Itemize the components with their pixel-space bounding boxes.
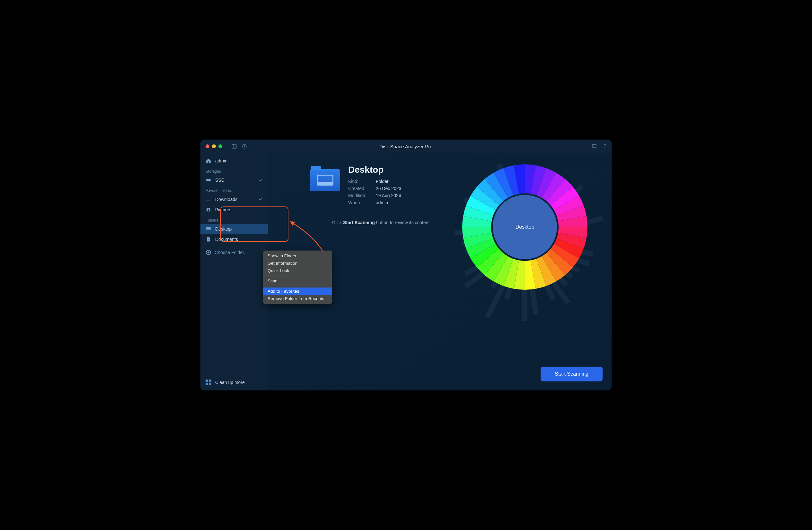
details-label: Modified: [348,193,371,198]
feedback-icon[interactable] [591,143,597,149]
svg-rect-9 [208,240,209,240]
details-row: Kind:Folder [348,179,438,184]
details-title: Desktop [348,165,438,175]
sidebar-item-label: Downloads [215,197,237,202]
details-label: Kind: [348,179,371,184]
help-icon[interactable]: ? [604,143,606,149]
details-label: Where: [348,200,371,205]
plus-circle-icon [206,250,211,255]
downloads-icon [206,196,211,202]
details-value: admin [376,200,388,205]
sidebar-item-label: SSD [215,178,224,183]
zoom-window-button[interactable] [218,144,222,148]
choose-folder-label: Choose Folder... [215,250,248,255]
choose-folder-button[interactable]: Choose Folder... [200,247,268,258]
minimize-window-button[interactable] [212,144,216,148]
sunburst-chart: Desktop [438,153,612,390]
drive-icon [206,177,211,183]
sidebar-item-documents[interactable]: Documents [200,234,268,245]
sidebar-item-downloads[interactable]: Downloads [200,194,268,205]
ctx-show-in-finder[interactable]: Show in Finder [263,252,332,260]
camera-icon [206,207,211,212]
svg-point-4 [210,180,211,181]
details-row: Created:26 Dec 2023 [348,186,438,191]
svg-rect-7 [206,229,211,230]
sidebar-item-label: Documents [215,237,238,242]
start-scanning-button[interactable]: Start Scanning [540,367,603,381]
sidebar-item-label: admin [215,158,228,163]
window-controls [206,144,222,148]
close-window-button[interactable] [206,144,209,148]
sidebar-item-label: Pictures [215,207,232,212]
ctx-quick-look[interactable]: Quick Look [263,267,332,274]
ctx-separator [263,276,332,276]
document-icon [206,236,211,242]
context-menu: Show in Finder Get Information Quick Loo… [263,251,332,304]
clock-icon[interactable] [242,143,247,149]
ctx-separator [263,286,332,286]
svg-point-5 [207,209,209,211]
sidebar-section-favorites: Favorite folders [200,185,268,194]
cleanup-more-button[interactable]: Clean up more [200,374,268,390]
scan-hint: Click Start Scanning button to review it… [332,220,438,225]
ctx-remove-from-recents[interactable]: Remove Folder from Recents [263,295,332,302]
titlebar: Disk Space Analyzer Pro ? [200,140,612,153]
ctx-scan[interactable]: Scan [263,277,332,284]
details-label: Created: [348,186,371,191]
svg-line-32 [532,288,536,315]
sidebar: admin Storages SSD Favorite folders Down… [200,153,268,390]
sidebar-section-folders: Folders [200,215,268,224]
sidebar-item-label: Desktop [215,226,232,232]
details-value: 19 Aug 2024 [376,193,401,198]
sidebar-section-storages: Storages [200,166,268,175]
chart-center-label: Desktop [516,224,535,230]
sidebar-item-home[interactable]: admin [200,156,268,166]
toggle-sidebar-icon[interactable] [231,143,237,149]
check-icon [258,178,263,183]
svg-rect-8 [208,239,209,239]
chart-center: Desktop [461,163,589,291]
sidebar-item-pictures[interactable]: Pictures [200,205,268,215]
sidebar-item-desktop[interactable]: Desktop [200,224,268,234]
app-window: Disk Space Analyzer Pro ? admin Storages… [200,140,612,390]
app-title: Disk Space Analyzer Pro [379,144,432,149]
apps-grid-icon [206,379,211,385]
svg-rect-0 [232,144,236,148]
details-value: Folder [376,179,389,184]
cleanup-label: Clean up more [215,380,245,385]
details-row: Where:admin [348,200,438,205]
ctx-add-to-favorites[interactable]: Add to Favorites [263,288,332,295]
check-icon [258,197,263,202]
sidebar-item-ssd[interactable]: SSD [200,175,268,185]
details-value: 26 Dec 2023 [376,186,401,191]
home-icon [206,158,211,164]
folder-preview-icon [310,169,342,195]
desktop-icon [206,226,211,232]
ctx-get-information[interactable]: Get Information [263,260,332,267]
details-row: Modified:19 Aug 2024 [348,193,438,198]
